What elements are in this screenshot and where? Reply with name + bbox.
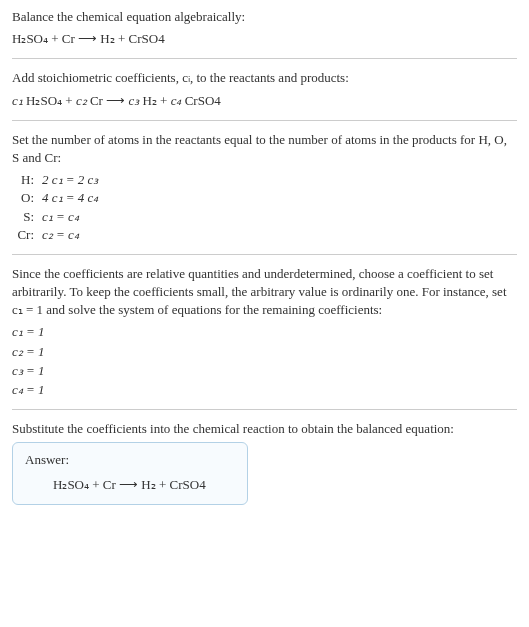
answer-label: Answer:	[25, 451, 235, 469]
coeff-c4: c₄	[171, 93, 182, 108]
main-equation-text: H₂SO₄ + Cr ⟶ H₂ + CrSO4	[12, 31, 165, 46]
atom-eq-value: c₁ = c₄	[42, 208, 98, 226]
divider	[12, 58, 517, 59]
divider	[12, 409, 517, 410]
atom-equations-table: H: 2 c₁ = 2 c₃ O: 4 c₁ = 4 c₄ S: c₁ = c₄…	[12, 171, 98, 244]
coeff-solution: c₄ = 1	[12, 381, 517, 399]
atom-eq-row: Cr: c₂ = c₄	[12, 226, 98, 244]
balance-title: Balance the chemical equation algebraica…	[12, 8, 517, 26]
coeff-c2: c₂	[76, 93, 87, 108]
coeff-sp1: H₂SO₄ +	[23, 93, 76, 108]
stoich-intro: Add stoichiometric coefficients, cᵢ, to …	[12, 69, 517, 87]
atom-eq-label: S:	[12, 208, 42, 226]
atom-eq-row: H: 2 c₁ = 2 c₃	[12, 171, 98, 189]
coeff-sp4: CrSO4	[181, 93, 220, 108]
coeff-solution: c₃ = 1	[12, 362, 517, 380]
coeff-sp3: H₂ +	[139, 93, 170, 108]
divider	[12, 254, 517, 255]
underdetermined-text-content: Since the coefficients are relative quan…	[12, 266, 507, 317]
set-atoms-text-content: Set the number of atoms in the reactants…	[12, 132, 507, 165]
coefficient-solutions: c₁ = 1 c₂ = 1 c₃ = 1 c₄ = 1	[12, 323, 517, 399]
coeff-c1: c₁	[12, 93, 23, 108]
atom-eq-label: H:	[12, 171, 42, 189]
set-atoms-text: Set the number of atoms in the reactants…	[12, 131, 517, 167]
atom-eq-label: Cr:	[12, 226, 42, 244]
coeff-solution: c₁ = 1	[12, 323, 517, 341]
main-equation: H₂SO₄ + Cr ⟶ H₂ + CrSO4	[12, 30, 517, 48]
substitute-text-content: Substitute the coefficients into the che…	[12, 421, 454, 436]
atom-eq-value: 4 c₁ = 4 c₄	[42, 189, 98, 207]
balance-title-text: Balance the chemical equation algebraica…	[12, 9, 245, 24]
underdetermined-text: Since the coefficients are relative quan…	[12, 265, 517, 320]
substitute-text: Substitute the coefficients into the che…	[12, 420, 517, 438]
coeff-solution: c₂ = 1	[12, 343, 517, 361]
atom-eq-row: O: 4 c₁ = 4 c₄	[12, 189, 98, 207]
coeff-equation: c₁ H₂SO₄ + c₂ Cr ⟶ c₃ H₂ + c₄ CrSO4	[12, 92, 517, 110]
atom-eq-row: S: c₁ = c₄	[12, 208, 98, 226]
divider	[12, 120, 517, 121]
coeff-sp2: Cr ⟶	[87, 93, 129, 108]
answer-equation: H₂SO₄ + Cr ⟶ H₂ + CrSO4	[25, 476, 235, 494]
stoich-intro-text: Add stoichiometric coefficients, cᵢ, to …	[12, 70, 349, 85]
atom-eq-label: O:	[12, 189, 42, 207]
coeff-c3: c₃	[128, 93, 139, 108]
atom-eq-value: 2 c₁ = 2 c₃	[42, 171, 98, 189]
answer-box: Answer: H₂SO₄ + Cr ⟶ H₂ + CrSO4	[12, 442, 248, 504]
atom-eq-value: c₂ = c₄	[42, 226, 98, 244]
